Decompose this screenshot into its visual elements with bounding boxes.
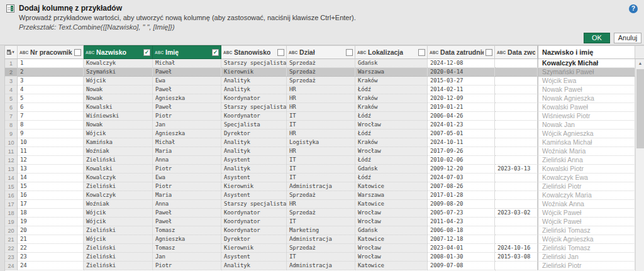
cell-nr-pracownika: 14 (18, 174, 84, 182)
cell-data-zatrudnienia: 2014-02-11 (428, 86, 495, 94)
cancel-button[interactable]: Anuluj (614, 33, 641, 43)
cell-stanowisko: Asystent (221, 191, 287, 200)
cell-nazwisko: Wójcik (84, 218, 153, 226)
example-cell[interactable]: Zieliński Tomasz (538, 244, 635, 253)
cell-stanowisko: Analityk (221, 86, 287, 94)
example-cell[interactable]: Zieliński Tomasz (538, 226, 635, 235)
cell-nazwisko: Nowak (84, 94, 153, 103)
column-header-label: Imię (165, 48, 179, 56)
example-cell[interactable]: Zieliński Piotr (538, 182, 635, 191)
column-checkbox[interactable] (74, 49, 81, 56)
cell-stanowisko: Asystent (221, 174, 287, 182)
row-number: 20 (5, 226, 18, 235)
grid-header-row: ▼ABCNr pracownikaABCNazwisko✓ABCImię✓ABC… (5, 45, 644, 59)
cell-imie: Piotr (153, 165, 221, 174)
example-cell[interactable]: Kowalski Piotr (538, 165, 635, 174)
column-header-dzial[interactable]: ABCDział (287, 45, 355, 59)
scrollbar-thumb[interactable] (636, 69, 644, 148)
column-header-nr-pracownika[interactable]: ABCNr pracownika (18, 45, 84, 59)
example-cell[interactable]: Kamińska Michał (538, 138, 635, 147)
example-cell[interactable]: Woźniak Anna (538, 200, 635, 209)
cell-nazwisko: Wójcik (84, 130, 153, 138)
column-header-data-zatrudnienia[interactable]: ABCData zatrudnienia (428, 45, 495, 59)
cell-nr-pracownika: 22 (18, 244, 84, 253)
cell-lokalizacja: Wrocław (355, 209, 428, 218)
cell-lokalizacja: Warszawa (355, 68, 428, 77)
column-header-imie[interactable]: ABCImię✓ (153, 45, 221, 59)
example-cell[interactable]: Szymański Paweł (538, 68, 635, 77)
column-header-label: Data zwolnienia (508, 48, 535, 56)
cell-lokalizacja: Katowice (355, 235, 428, 244)
cell-nazwisko: Wójcik (84, 235, 153, 244)
cell-nr-pracownika: 10 (18, 138, 84, 147)
cell-lokalizacja: Łódź (355, 112, 428, 121)
example-cell[interactable]: Woźniak Maria (538, 147, 635, 156)
cell-stanowisko: Kierownik (221, 182, 287, 191)
ok-button[interactable]: OK (584, 33, 610, 43)
table-row: 11KowalczykMichałStarszy specjalistaSprz… (5, 59, 635, 68)
cell-stanowisko: Koordynator (221, 94, 287, 103)
example-cell[interactable]: Nowak Paweł (538, 86, 635, 94)
new-column-header[interactable]: Nazwisko i imię (538, 45, 635, 59)
vertical-scrollbar[interactable]: ▲ (635, 59, 644, 271)
cell-data-zatrudnienia: 2010-02-06 (428, 156, 495, 165)
scroll-up-icon[interactable]: ▲ (636, 59, 644, 68)
cell-lokalizacja: Łódź (355, 174, 428, 182)
cell-imie: Agnieszka (153, 94, 221, 103)
example-cell[interactable]: Zieliński Piotr (538, 262, 635, 270)
cell-data-zatrudnienia: 2020-04-14 (428, 68, 495, 77)
cell-nazwisko: Kamińska (84, 138, 153, 147)
table-menu-button[interactable]: ▼ (5, 45, 18, 59)
example-cell[interactable]: Kowalczyk Ewa (538, 174, 635, 182)
example-cell[interactable]: Nowak Jan (538, 121, 635, 130)
column-header-stanowisko[interactable]: ABCStanowisko (221, 45, 287, 59)
example-cell[interactable]: Wójcik Agnieszka (538, 235, 635, 244)
cell-data-zatrudnienia: 2008-01-30 (428, 253, 495, 262)
cell-nr-pracownika: 8 (18, 121, 84, 130)
column-header-data-zwolnienia[interactable]: ABCData zwolnienia (495, 45, 538, 59)
example-cell[interactable]: Nowak Agnieszka (538, 94, 635, 103)
cell-data-zatrudnienia: 2009-07-08 (428, 262, 495, 270)
example-cell[interactable]: Wójcik Paweł (538, 218, 635, 226)
cell-data-zwolnienia (495, 112, 538, 121)
row-number: 6 (5, 103, 18, 112)
cell-dzial: IT (287, 174, 355, 182)
row-number: 8 (5, 121, 18, 130)
table-row: 77WiśniewskiPiotrKoordynatorITŁódź2006-0… (5, 112, 635, 121)
example-cell[interactable]: Wiśniewski Piotr (538, 112, 635, 121)
row-number: 13 (5, 165, 18, 174)
column-checkbox[interactable] (346, 49, 353, 56)
column-header-lokalizacja[interactable]: ABCLokalizacja (355, 45, 428, 59)
preview-grid: ▼ABCNr pracownikaABCNazwisko✓ABCImię✓ABC… (0, 45, 644, 271)
help-icon[interactable]: ? (629, 4, 638, 13)
column-checkbox[interactable]: ✓ (143, 49, 150, 56)
cell-data-zwolnienia: 2023-03-02 (495, 209, 538, 218)
column-checkbox[interactable]: ✓ (212, 49, 219, 56)
column-checkbox[interactable] (418, 49, 425, 56)
example-cell[interactable]: Zieliński Jan (538, 253, 635, 262)
example-cell[interactable]: Kowalski Paweł (538, 103, 635, 112)
text-type-icon: ABC (430, 50, 438, 55)
cell-data-zatrudnienia: 2015-03-27 (428, 77, 495, 86)
column-header-nazwisko[interactable]: ABCNazwisko✓ (84, 45, 153, 59)
cell-lokalizacja: Katowice (355, 262, 428, 270)
table-row: 2121WójcikAgnieszkaDyrektorAdministracja… (5, 235, 635, 244)
cell-stanowisko: Analityk (221, 147, 287, 156)
example-cell[interactable]: Wójcik Paweł (538, 209, 635, 218)
cell-data-zwolnienia (495, 138, 538, 147)
cell-nr-pracownika: 9 (18, 130, 84, 138)
cell-data-zatrudnienia: 2024-10-11 (428, 138, 495, 147)
example-cell[interactable]: Wójcik Agnieszka (538, 130, 635, 138)
cell-nr-pracownika: 23 (18, 253, 84, 262)
column-checkbox[interactable] (277, 49, 284, 56)
example-cell[interactable]: Kowalczyk Maria (538, 191, 635, 200)
cell-nr-pracownika: 12 (18, 156, 84, 165)
example-cell[interactable]: Kowalczyk Michał (538, 59, 635, 68)
column-checkbox[interactable] (486, 49, 492, 56)
cell-imie: Maria (153, 147, 221, 156)
cell-dzial: Administracja (287, 182, 355, 191)
example-cell[interactable]: Zieliński Anna (538, 156, 635, 165)
example-cell[interactable]: Wójcik Ewa (538, 77, 635, 86)
cell-dzial: HR (287, 200, 355, 209)
cell-stanowisko: Asystent (221, 156, 287, 165)
